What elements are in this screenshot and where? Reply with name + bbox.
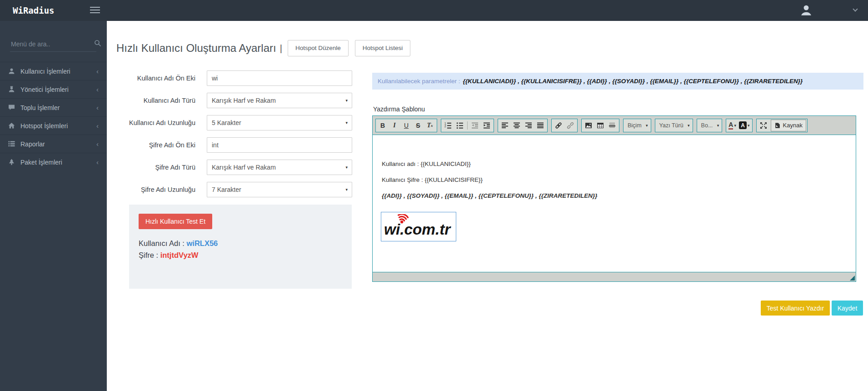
print-template-label: Yazdırma Şablonu [373,105,425,113]
numbered-list-icon[interactable]: 12 [442,120,454,131]
image-icon[interactable] [583,120,594,131]
username-type-label: Kullanıcı Adı Türü [116,97,195,104]
strikethrough-icon[interactable]: S [412,120,424,131]
caret-down-icon: ▾ [748,123,750,128]
sidebar-item-raporlar[interactable]: Raporlar ‹ [0,135,107,153]
source-button[interactable]: Kaynak [771,120,806,131]
size-dropdown[interactable]: Bo...▾ [697,119,723,132]
app-logo[interactable]: WiRadius [13,0,55,21]
sidebar-search-input[interactable] [10,40,94,48]
outdent-icon[interactable] [469,120,481,131]
password-prefix-label: Şifre Adı Ön Eki [116,141,195,149]
chevron-down-icon[interactable] [853,6,858,11]
format-dropdown[interactable]: Biçim▾ [623,119,651,132]
password-prefix-input[interactable] [207,137,352,153]
italic-icon[interactable]: I [389,120,400,131]
title-separator: | [280,43,282,54]
user-account-icon[interactable] [800,4,813,17]
align-justify-icon[interactable] [534,120,546,131]
wifi-dot-icon [400,221,403,223]
horizontal-rule-icon[interactable] [606,120,618,131]
chevron-left-icon: ‹ [96,122,99,129]
toolbar-group-align [498,119,548,132]
sidebar-item-label: Yönetici İşlemleri [20,86,96,93]
chevron-left-icon: ‹ [96,86,99,93]
form-row: Kullanıcı Adı Uzunluğu 5 Karakter▾ [116,115,353,130]
sidebar: Kullanıcı İşlemleri ‹ Yönetici İşlemleri… [0,21,107,391]
password-type-label: Şifre Adı Türü [116,164,195,171]
test-username-value: wiRLX56 [186,239,218,247]
indent-icon[interactable] [481,120,493,131]
editor-content[interactable]: Kullanıcı adı : {{KULLANICIADI}} Kullanı… [373,135,856,272]
sidebar-item-yonetici-islemleri[interactable]: Yönetici İşlemleri ‹ [0,80,107,98]
wi-com-tr-logo[interactable]: wi.com.tr [381,212,456,241]
password-type-select[interactable]: Karışık Harf ve Rakam▾ [207,160,352,175]
chevron-left-icon: ‹ [96,104,99,111]
sidebar-item-label: Toplu İşlemler [20,104,96,111]
caret-down-icon: ▾ [688,123,690,128]
toolbar-group-insert [581,119,619,132]
align-right-icon[interactable] [523,120,534,131]
align-center-icon[interactable] [511,120,523,131]
sidebar-item-label: Kullanıcı İşlemleri [20,68,96,75]
form-row: Kullanıcı Adı Türü Karışık Harf ve Rakam… [116,93,353,108]
hotspot-list-button[interactable]: Hotspot Listesi [355,40,411,56]
selected-value: 5 Karakter [212,119,241,126]
save-button[interactable]: Kaydet [832,301,863,316]
bold-icon[interactable]: B [377,120,389,131]
caret-down-icon: ▾ [717,123,719,128]
background-color-icon[interactable]: A▾ [738,121,751,129]
table-icon[interactable] [594,120,606,131]
text-color-icon[interactable]: A▾ [727,121,738,130]
font-dropdown[interactable]: Yazı Türü▾ [655,119,693,132]
remove-format-icon[interactable]: Tx [424,120,436,131]
rich-text-editor: B I U S Tx 12 Biçim▾ Yazı [372,115,856,282]
test-password-label: Şifre : [139,251,160,259]
toolbar-divider [467,121,468,130]
align-left-icon[interactable] [499,120,511,131]
link-icon[interactable] [553,120,564,131]
username-length-select[interactable]: 5 Karakter▾ [207,115,352,130]
sidebar-item-paket-islemleri[interactable]: Paket İşlemleri ‹ [0,153,107,171]
sidebar-item-kullanici-islemleri[interactable]: Kullanıcı İşlemleri ‹ [0,62,107,80]
sidebar-item-hotspot-islemleri[interactable]: Hotspot İşlemleri ‹ [0,116,107,135]
sidebar-menu: Kullanıcı İşlemleri ‹ Yönetici İşlemleri… [0,62,107,171]
page-header: Hızlı Kullanıcı Oluşturma Ayarları | Hot… [116,40,417,56]
logo-text: wi.com.tr [384,221,451,238]
editor-resize-handle[interactable] [850,276,855,281]
underline-icon[interactable]: U [400,120,412,131]
form-row: Şifre Adı Ön Eki [116,137,353,153]
maximize-icon[interactable] [758,120,769,131]
chevron-left-icon: ‹ [96,159,99,165]
hotspot-edit-button[interactable]: Hotspot Düzenle [288,40,349,56]
username-prefix-input[interactable] [207,70,352,86]
tree-icon [8,159,15,165]
top-navbar: WiRadius [0,0,868,21]
sidebar-item-toplu-islemler[interactable]: Toplu İşlemler ‹ [0,98,107,116]
sidebar-search [10,36,96,52]
selected-value: 7 Karakter [212,186,241,193]
bulleted-list-icon[interactable] [454,120,466,131]
size-dropdown-value: Bo... [701,122,713,129]
caret-down-icon: ▾ [345,93,348,108]
search-icon[interactable] [94,40,101,49]
parameters-list: {{KULLANICIADI}} , {{KULLANICISIFRE}} , … [463,78,803,85]
page-title: Hızlı Kullanıcı Oluşturma Ayarları [116,42,276,55]
unlink-icon[interactable] [564,120,576,131]
toolbar-group-lists: 12 [441,119,494,132]
test-username-label: Kullanıcı Adı : [139,239,186,247]
caret-down-icon: ▾ [345,182,348,197]
format-dropdown-value: Biçim [628,122,642,129]
hamburger-menu-icon[interactable] [90,7,100,14]
quick-user-test-button[interactable]: Hızlı Kullanıcı Test Et [139,214,212,229]
print-test-user-button[interactable]: Test Kullanıcı Yazdır [761,301,830,316]
user-icon [8,68,15,75]
username-type-select[interactable]: Karışık Harf ve Rakam▾ [207,93,352,108]
form-row: Kullanıcı Adı Ön Eki [116,70,353,86]
test-panel: Hızlı Kullanıcı Test Et Kullanıcı Adı : … [129,205,352,289]
password-length-select[interactable]: 7 Karakter▾ [207,182,352,197]
quick-user-form: Kullanıcı Adı Ön Eki Kullanıcı Adı Türü … [116,70,353,204]
comment-icon [8,104,15,111]
toolbar-group-basicstyles: B I U S Tx [375,119,437,132]
caret-down-icon: ▾ [646,123,648,128]
